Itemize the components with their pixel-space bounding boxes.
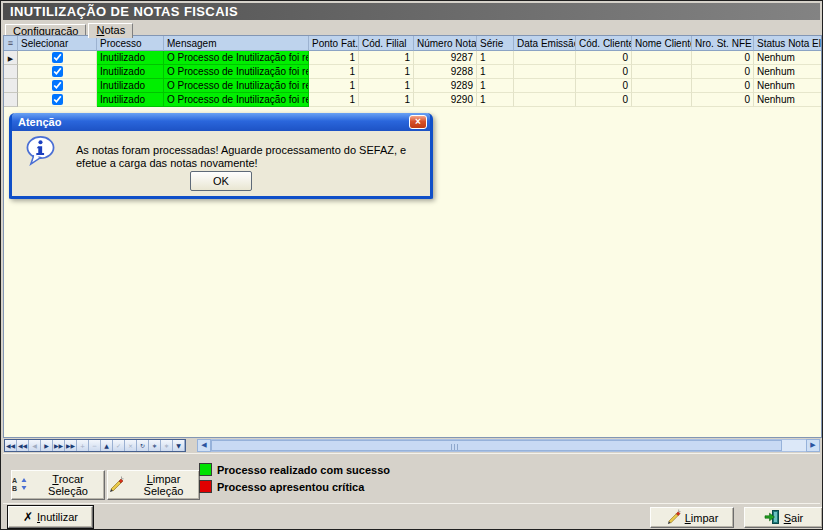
nav-save-bookmark-button[interactable]: ∗ bbox=[149, 440, 161, 451]
limpar-selecao-button[interactable]: Limpar Seleção bbox=[107, 470, 200, 500]
col-processo[interactable]: Processo bbox=[97, 36, 164, 51]
nav-edit-button[interactable]: ▲ bbox=[101, 440, 113, 451]
nav-goto-bookmark-button[interactable]: ∗ bbox=[161, 440, 173, 451]
table-row[interactable]: Inutilizado O Processo de Inutilização f… bbox=[4, 93, 821, 107]
select-checkbox[interactable] bbox=[52, 66, 63, 77]
nro-st-nfe-cell: 0 bbox=[692, 79, 754, 93]
scroll-right-button[interactable]: ▶ bbox=[806, 439, 820, 452]
inutilizar-button[interactable]: ✗ Inutilizar bbox=[8, 506, 93, 528]
legend-label: Processo realizado com sucesso bbox=[217, 464, 390, 476]
nav-insert-button[interactable]: + bbox=[77, 440, 89, 451]
status-nota-cell: Nenhum bbox=[754, 79, 821, 93]
col-ponto-fat[interactable]: Ponto Fat. bbox=[309, 36, 359, 51]
select-checkbox-cell bbox=[18, 93, 97, 107]
nav-cancel-button[interactable]: × bbox=[125, 440, 137, 451]
cod-filial-cell: 1 bbox=[359, 65, 414, 79]
scrollbar-thumb[interactable] bbox=[211, 440, 782, 451]
grid-header-row: ≡ SelecionarProcessoMensagemPonto Fat.Có… bbox=[4, 36, 821, 51]
table-row[interactable]: Inutilizado O Processo de Inutilização f… bbox=[4, 79, 821, 93]
legend-item-success: Processo realizado com sucesso bbox=[199, 461, 390, 478]
row-indicator bbox=[4, 79, 18, 93]
limpar-label: Limpar bbox=[685, 512, 719, 524]
status-nota-cell: Nenhum bbox=[754, 65, 821, 79]
nav-next-button[interactable]: ▶ bbox=[41, 440, 53, 451]
nav-next-page-button[interactable]: ▶▶ bbox=[53, 440, 65, 451]
record-navigator: ◀◀◀◀◀▶▶▶▶▶+−▲✓×↻∗∗▼ bbox=[4, 439, 186, 452]
nro-st-nfe-cell: 0 bbox=[692, 65, 754, 79]
legend-color-swatch bbox=[199, 463, 212, 476]
dialog-body: As notas foram processadas! Aguarde proc… bbox=[12, 131, 430, 196]
data-emissao-cell bbox=[514, 65, 576, 79]
col-mensagem[interactable]: Mensagem bbox=[164, 36, 309, 51]
scrollbar-grip bbox=[451, 444, 459, 450]
nav-prior-button[interactable]: ◀ bbox=[29, 440, 41, 451]
table-row[interactable]: Inutilizado O Processo de Inutilização f… bbox=[4, 51, 821, 65]
col-data-emissao[interactable]: Data Emissão bbox=[514, 36, 576, 51]
legend-color-swatch bbox=[199, 480, 212, 493]
nav-first-button[interactable]: ◀◀ bbox=[5, 440, 17, 451]
col-numero-nota[interactable]: Número Nota bbox=[414, 36, 477, 51]
atencao-dialog: Atenção × As notas foram processadas! Ag… bbox=[9, 113, 433, 199]
scroll-left-button[interactable]: ◀ bbox=[197, 439, 211, 452]
mensagem-cell: O Processo de Inutilização foi realizado… bbox=[164, 51, 309, 65]
select-checkbox[interactable] bbox=[52, 52, 63, 63]
tab-notas[interactable]: Notas bbox=[88, 23, 133, 38]
notes-grid: ≡ SelecionarProcessoMensagemPonto Fat.Có… bbox=[3, 35, 822, 438]
col-serie[interactable]: Série bbox=[477, 36, 514, 51]
nome-cliente-cell bbox=[632, 93, 692, 107]
numero-nota-cell: 9289 bbox=[414, 79, 477, 93]
mensagem-cell: O Processo de Inutilização foi realizado… bbox=[164, 93, 309, 107]
col-status-nota-eletronica[interactable]: Status Nota Eletrô bbox=[754, 36, 821, 51]
nav-delete-button[interactable]: − bbox=[89, 440, 101, 451]
select-checkbox-cell bbox=[18, 79, 97, 93]
serie-cell: 1 bbox=[477, 51, 514, 65]
col-cod-filial[interactable]: Cód. Filial bbox=[359, 36, 414, 51]
eraser-pencil-icon bbox=[666, 509, 681, 526]
cod-cliente-cell: 0 bbox=[576, 79, 632, 93]
app-window: INUTILIZAÇÃO DE NOTAS FISCAIS Configuraç… bbox=[0, 0, 823, 530]
status-legend: Processo realizado com sucesso Processo … bbox=[199, 461, 390, 495]
row-indicator bbox=[4, 65, 18, 79]
nro-st-nfe-cell: 0 bbox=[692, 51, 754, 65]
close-icon[interactable]: × bbox=[409, 115, 427, 129]
nav-last-button[interactable]: ▶▶ bbox=[65, 440, 77, 451]
col-nome-cliente[interactable]: Nome Cliente bbox=[632, 36, 692, 51]
nav-refresh-button[interactable]: ↻ bbox=[137, 440, 149, 451]
cod-filial-cell: 1 bbox=[359, 93, 414, 107]
selection-panel: AB Trocar Seleção Limpar Seleção Process… bbox=[3, 453, 820, 503]
col-cod-cliente[interactable]: Cód. Cliente bbox=[576, 36, 632, 51]
dialog-titlebar: Atenção × bbox=[12, 113, 430, 131]
select-checkbox[interactable] bbox=[52, 94, 63, 105]
grid-body: Inutilizado O Processo de Inutilização f… bbox=[4, 51, 821, 107]
ok-button[interactable]: OK bbox=[190, 171, 252, 191]
limpar-selecao-label: Limpar Seleção bbox=[128, 473, 199, 497]
nav-filter-button[interactable]: ▼ bbox=[173, 440, 185, 451]
trocar-selecao-button[interactable]: AB Trocar Seleção bbox=[11, 470, 105, 500]
ponto-fat-cell: 1 bbox=[309, 51, 359, 65]
nome-cliente-cell bbox=[632, 79, 692, 93]
cod-cliente-cell: 0 bbox=[576, 93, 632, 107]
col-selecionar[interactable]: Selecionar bbox=[18, 36, 97, 51]
dialog-title: Atenção bbox=[18, 116, 61, 128]
table-row[interactable]: Inutilizado O Processo de Inutilização f… bbox=[4, 65, 821, 79]
limpar-button[interactable]: Limpar bbox=[650, 507, 734, 528]
status-nota-cell: Nenhum bbox=[754, 51, 821, 65]
nome-cliente-cell bbox=[632, 65, 692, 79]
svg-text:A: A bbox=[12, 477, 17, 484]
horizontal-scrollbar: ◀ ▶ bbox=[197, 439, 820, 452]
nav-post-button[interactable]: ✓ bbox=[113, 440, 125, 451]
dialog-message: As notas foram processadas! Aguarde proc… bbox=[76, 144, 422, 170]
x-mark-icon: ✗ bbox=[23, 511, 33, 523]
scrollbar-track[interactable] bbox=[211, 439, 806, 452]
nav-prior-page-button[interactable]: ◀◀ bbox=[17, 440, 29, 451]
inutilizar-label: Inutilizar bbox=[37, 511, 78, 523]
numero-nota-cell: 9287 bbox=[414, 51, 477, 65]
numero-nota-cell: 9288 bbox=[414, 65, 477, 79]
exit-door-icon bbox=[764, 509, 780, 527]
info-icon bbox=[25, 135, 56, 170]
action-bar: ✗ Inutilizar Limpar Sair bbox=[3, 503, 820, 529]
sair-button[interactable]: Sair bbox=[744, 507, 823, 528]
select-checkbox[interactable] bbox=[52, 80, 63, 91]
col-nro-st-nfe[interactable]: Nro. St. NFE bbox=[692, 36, 754, 51]
processo-cell: Inutilizado bbox=[97, 93, 164, 107]
